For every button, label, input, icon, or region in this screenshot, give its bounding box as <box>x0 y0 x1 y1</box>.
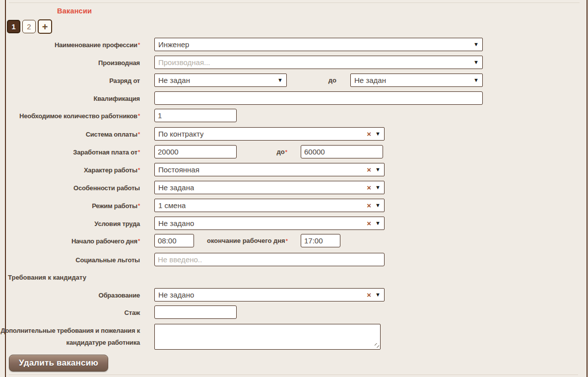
clear-icon[interactable]: × <box>367 130 371 138</box>
row-education: Образование Не задано × ▼ <box>0 288 588 302</box>
row-workers-count: Необходимое количество работников* <box>0 109 588 122</box>
chevron-down-icon: ▼ <box>375 292 381 298</box>
chevron-down-icon: ▼ <box>375 131 381 137</box>
additional-requirements-textarea[interactable] <box>154 324 381 350</box>
grade-from-label: Разряд от <box>0 76 140 84</box>
chevron-down-icon: ▼ <box>375 221 381 226</box>
vacancy-form-page: Вакансии 1 2 + Наименование профессии* И… <box>0 0 588 377</box>
salary-from-input[interactable] <box>154 145 237 158</box>
row-work-day-times: Начало рабочего дня* окончание рабочего … <box>0 234 588 247</box>
row-social-benefits: Социальные льготы <box>0 253 588 266</box>
day-start-label: Начало рабочего дня* <box>0 237 140 244</box>
additional-requirements-label: Дополнительные требования и пожелания к … <box>0 325 140 349</box>
chevron-down-icon: ▼ <box>375 203 381 208</box>
page-title: Вакансии <box>57 7 92 15</box>
work-features-label: Особенности работы <box>0 184 140 191</box>
day-end-input[interactable] <box>301 234 340 247</box>
clear-icon[interactable]: × <box>367 220 371 227</box>
social-benefits-label: Социальные льготы <box>0 256 140 263</box>
work-mode-label: Режим работы* <box>0 202 140 209</box>
derivative-label: Производная <box>0 59 140 66</box>
row-payment-system: Система оплаты* По контракту × ▼ <box>0 127 588 141</box>
row-salary: Заработная плата от* до* <box>0 145 588 158</box>
profession-label: Наименование профессии* <box>0 41 140 48</box>
row-profession: Наименование профессии* Инженер ▼ <box>0 38 588 51</box>
tab-vacancy-2[interactable]: 2 <box>22 20 36 33</box>
day-end-label: окончание рабочего дня* <box>194 234 301 247</box>
salary-to-input[interactable] <box>301 145 383 158</box>
additional-requirements-area <box>154 324 381 350</box>
derivative-select[interactable]: Производная... ▼ <box>154 56 483 69</box>
day-start-input[interactable] <box>154 234 194 247</box>
workers-count-label: Необходимое количество работников* <box>0 112 140 119</box>
chevron-down-icon: ▼ <box>473 60 479 65</box>
row-work-mode: Режим работы* 1 смена × ▼ <box>0 199 588 212</box>
delete-vacancy-button[interactable]: Удалить вакансию <box>9 355 108 372</box>
top-divider <box>9 2 580 3</box>
chevron-down-icon: ▼ <box>473 42 479 47</box>
work-nature-select[interactable]: Постоянная × ▼ <box>154 163 385 176</box>
clear-icon[interactable]: × <box>367 291 371 299</box>
chevron-down-icon: ▼ <box>473 77 479 83</box>
profession-select[interactable]: Инженер ▼ <box>154 38 483 51</box>
social-benefits-input[interactable] <box>154 253 385 266</box>
clear-icon[interactable]: × <box>367 184 371 191</box>
chevron-down-icon: ▼ <box>375 167 381 172</box>
workers-count-input[interactable] <box>154 109 237 122</box>
work-conditions-label: Условия труда <box>0 220 140 227</box>
work-nature-label: Характер работы* <box>0 166 140 173</box>
clear-icon[interactable]: × <box>367 202 371 209</box>
bottom-divider <box>9 375 578 375</box>
payment-system-label: Система оплаты* <box>0 130 140 138</box>
qualification-label: Квалификация <box>0 94 140 102</box>
chevron-down-icon: ▼ <box>277 77 283 83</box>
grade-to-select[interactable]: Не задан ▼ <box>350 74 483 87</box>
experience-input[interactable] <box>154 305 237 319</box>
row-experience: Стаж <box>0 305 588 319</box>
row-work-nature: Характер работы* Постоянная × ▼ <box>0 163 588 176</box>
qualification-input[interactable] <box>154 91 483 105</box>
grade-from-select[interactable]: Не задан ▼ <box>154 74 287 87</box>
education-select[interactable]: Не задано × ▼ <box>154 288 385 302</box>
tab-vacancy-1[interactable]: 1 <box>7 20 20 33</box>
salary-from-label: Заработная плата от* <box>0 148 140 155</box>
candidate-requirements-heading: Требования к кандидату <box>8 274 86 281</box>
payment-system-select[interactable]: По контракту × ▼ <box>154 127 385 141</box>
work-conditions-select[interactable]: Не задано × ▼ <box>154 217 385 230</box>
row-derivative: Производная Производная... ▼ <box>0 56 588 69</box>
add-vacancy-button[interactable]: + <box>38 19 52 34</box>
work-mode-select[interactable]: 1 смена × ▼ <box>154 199 385 212</box>
row-work-conditions: Условия труда Не задано × ▼ <box>0 217 588 230</box>
education-label: Образование <box>0 291 140 299</box>
work-features-select[interactable]: Не задана × ▼ <box>154 181 385 194</box>
clear-icon[interactable]: × <box>367 166 371 173</box>
row-qualification: Квалификация <box>0 91 588 105</box>
vacancy-tabs: 1 2 + <box>7 19 52 34</box>
grade-to-label: до <box>287 74 350 87</box>
row-work-features: Особенности работы Не задана × ▼ <box>0 181 588 194</box>
salary-to-label: до* <box>237 145 301 158</box>
row-grade: Разряд от Не задан ▼ до Не задан ▼ <box>0 74 588 87</box>
experience-label: Стаж <box>0 308 140 316</box>
chevron-down-icon: ▼ <box>375 185 381 190</box>
